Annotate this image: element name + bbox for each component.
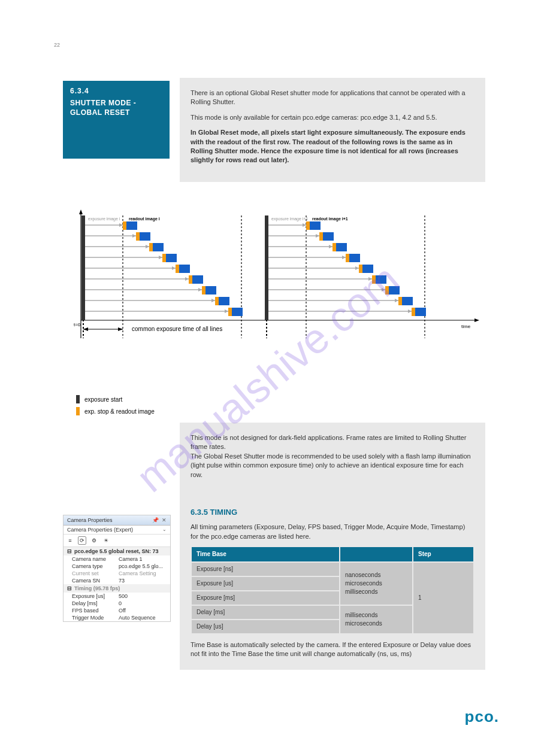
close-icon[interactable]: ✕ (162, 517, 167, 523)
chevron-down-icon: ⌄ (162, 527, 167, 533)
props-row: Current setCamera Setting (64, 570, 170, 577)
props-toolbar: ≡ ⟳ ⚙ ☀ (64, 535, 170, 547)
sun-icon[interactable]: ☀ (102, 536, 110, 545)
pco-logo: pco. (465, 708, 499, 726)
row-v[interactable]: Auto Sequence (119, 615, 170, 621)
collapse-icon[interactable]: ⊟ (67, 548, 72, 554)
time-label: time (461, 324, 471, 329)
svg-rect-47 (232, 308, 243, 316)
svg-rect-26 (162, 254, 166, 262)
svg-rect-5 (81, 215, 85, 320)
label-ro-i: readout image i (129, 217, 160, 221)
list-icon[interactable]: ≡ (66, 536, 74, 545)
svg-rect-23 (153, 243, 164, 251)
body-text-1: There is an optional Global Reset shutte… (180, 78, 485, 182)
timing-intro: All timing parameters (Exposure, Delay, … (191, 523, 474, 541)
svg-rect-27 (166, 254, 177, 262)
svg-rect-30 (176, 265, 179, 273)
svg-rect-62 (346, 254, 349, 262)
svg-marker-41 (211, 299, 215, 302)
collapse-icon[interactable]: ⊟ (67, 585, 72, 591)
svg-rect-75 (389, 286, 400, 294)
subsection-title: 6.3.5 TIMING (191, 507, 474, 518)
pin-icon[interactable]: 📌 (152, 517, 159, 523)
legend-2: exp. stop & readout image (84, 408, 155, 415)
body-text-2: This mode is not designed for dark-field… (180, 423, 485, 670)
svg-rect-35 (192, 275, 203, 284)
label-exp-i: exposure image i (88, 217, 120, 221)
svg-marker-86 (118, 327, 123, 331)
props-row: Delay [ms]0 (64, 600, 170, 607)
th-2 (340, 547, 412, 561)
label-ro-i1: readout image i+1 (312, 217, 348, 221)
svg-marker-33 (185, 277, 189, 281)
row-k: Delay [ms] (72, 600, 119, 606)
t0-label: t=0 (74, 322, 81, 327)
props-mode-dropdown[interactable]: Camera Properties (Expert) ⌄ (64, 526, 170, 535)
timing-table: Time Base Step Exposure [ns] nanoseconds… (191, 546, 474, 634)
row-v: 73 (119, 578, 170, 584)
svg-rect-15 (126, 221, 137, 230)
svg-marker-85 (83, 327, 88, 331)
svg-marker-37 (198, 288, 202, 292)
svg-rect-42 (215, 297, 219, 305)
para-6: Time Base is automatically selected by t… (191, 640, 474, 659)
row-v[interactable]: 500 (119, 593, 170, 599)
svg-marker-29 (172, 266, 176, 270)
row-v: Camera 1 (119, 556, 170, 562)
section-header: 6.3.4 SHUTTER MODE - GLOBAL RESET (63, 81, 170, 159)
svg-rect-87 (76, 395, 80, 403)
td-r1c0: Exposure [us] (192, 577, 339, 590)
legend-1: exposure start (84, 396, 123, 403)
row-k: Camera type (72, 563, 119, 569)
svg-rect-82 (412, 308, 415, 316)
props-titlebar: Camera Properties 📌 ✕ (64, 515, 170, 526)
th-3: Step (413, 547, 473, 561)
refresh-icon[interactable]: ⟳ (78, 536, 86, 545)
row-k: Exposure [us] (72, 593, 119, 599)
svg-marker-49 (303, 223, 306, 227)
td-r3c1: millisecondsmicroseconds (340, 606, 412, 633)
para-2: This mode is only available for certain … (191, 113, 474, 122)
th-1: Time Base (192, 547, 339, 561)
props-row: Exposure [us]500 (64, 593, 170, 600)
row-v[interactable]: Off (119, 608, 170, 614)
svg-rect-22 (149, 243, 153, 251)
svg-rect-55 (323, 232, 334, 241)
page-number: 22 (54, 42, 60, 48)
svg-rect-50 (306, 221, 310, 230)
svg-marker-13 (119, 223, 123, 227)
svg-rect-19 (140, 232, 150, 241)
section-number: 6.3.4 (70, 87, 162, 95)
svg-rect-39 (205, 286, 216, 294)
svg-rect-43 (219, 297, 229, 305)
td-r2c0: Exposure [ms] (192, 591, 339, 605)
para-4: This mode is not designed for dark-field… (191, 433, 474, 452)
td-step: 1 (413, 563, 473, 633)
td-r0c0: Exposure [ns] (192, 563, 339, 576)
svg-rect-66 (359, 265, 362, 273)
svg-rect-63 (349, 254, 360, 262)
row-v[interactable]: 0 (119, 600, 170, 606)
svg-rect-71 (376, 275, 386, 284)
gear-icon[interactable]: ⚙ (90, 536, 98, 545)
para-1: There is an optional Global Reset shutte… (191, 89, 474, 107)
svg-rect-54 (319, 232, 323, 241)
label-exp-i1: exposure image i+1 (271, 217, 308, 221)
row-k: FPS based (72, 608, 119, 614)
svg-marker-81 (408, 309, 412, 313)
svg-rect-88 (76, 407, 80, 415)
props-row: Camera SN73 (64, 577, 170, 584)
props-row: FPS basedOff (64, 607, 170, 614)
row-v: pco.edge 5.5 glo... (119, 563, 170, 569)
svg-marker-25 (159, 256, 162, 259)
svg-rect-46 (228, 308, 232, 316)
svg-rect-59 (336, 243, 347, 251)
td-r4c0: Delay [us] (192, 620, 339, 633)
props-row: Camera typepco.edge 5.5 glo... (64, 563, 170, 570)
props-mode-text: Camera Properties (Expert) (67, 527, 133, 533)
props-timing-header[interactable]: ⊟ Timing (95.78 fps) (64, 584, 170, 593)
svg-rect-58 (333, 243, 336, 251)
svg-marker-1 (79, 210, 83, 214)
props-group-header[interactable]: ⊟ pco.edge 5.5 global reset, SN: 73 (64, 547, 170, 555)
